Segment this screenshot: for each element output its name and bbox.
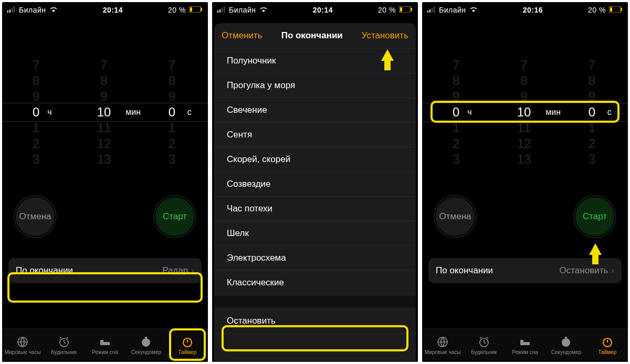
- unit-hours: ч: [467, 108, 471, 117]
- tab-stopwatch[interactable]: Секундомер: [545, 329, 586, 362]
- tab-label: Таймер: [598, 349, 616, 355]
- carrier-label: Билайн: [19, 6, 46, 14]
- wifi-icon: [469, 6, 478, 14]
- svg-rect-19: [411, 8, 412, 11]
- sound-item[interactable]: Созвездие: [214, 172, 416, 197]
- screen-2: Билайн 20:14 20 % Отменить По окончании …: [212, 2, 418, 362]
- highlight-arrow-set: [381, 49, 394, 61]
- battery-label: 20 %: [378, 6, 396, 14]
- svg-rect-31: [520, 340, 523, 342]
- tab-stopwatch[interactable]: Секундомер: [125, 329, 166, 362]
- clock: 20:14: [103, 6, 123, 14]
- tab-label: Режим сна: [512, 349, 538, 355]
- picker-minutes: 10: [517, 104, 531, 120]
- unit-seconds: с: [607, 108, 612, 117]
- svg-rect-20: [400, 7, 402, 12]
- status-bar: Билайн 20:16 20 %: [422, 2, 628, 18]
- tab-label: Таймер: [178, 349, 196, 355]
- tab-world-clock[interactable]: Мировые часы: [2, 329, 43, 362]
- endrow-value: Остановить: [560, 265, 608, 276]
- tab-label: Будильник: [471, 349, 497, 355]
- tab-alarm[interactable]: Будильник: [463, 329, 504, 362]
- tab-sleep[interactable]: Режим сна: [85, 329, 125, 362]
- picker-seconds: 0: [589, 104, 595, 120]
- svg-rect-24: [434, 6, 435, 13]
- picker-hours: 0: [33, 104, 39, 120]
- tab-bar: Мировые часы Будильник Режим сна Секундо…: [2, 328, 208, 362]
- tab-alarm[interactable]: Будильник: [43, 329, 84, 362]
- svg-rect-0: [7, 10, 8, 13]
- sound-list[interactable]: Полуночник Прогулка у моря Свечение Сент…: [214, 49, 416, 362]
- stop-playing-item[interactable]: Остановить: [214, 308, 416, 334]
- tab-bar: Мировые часы Будильник Режим сна Секундо…: [422, 328, 628, 362]
- svg-rect-6: [190, 7, 192, 12]
- sound-item[interactable]: Классические: [214, 271, 416, 295]
- sheet-set-button[interactable]: Установить: [362, 30, 408, 41]
- svg-rect-27: [610, 7, 612, 12]
- time-picker[interactable]: 789 0 123 789 10 111213 789 0 123 ч мин …: [422, 49, 628, 175]
- sheet-title: По окончании: [281, 30, 343, 41]
- status-bar: Билайн 20:14 20 %: [212, 2, 418, 18]
- picker-faded: 2: [33, 136, 39, 152]
- sheet-cancel-button[interactable]: Отменить: [222, 30, 262, 41]
- clock: 20:14: [313, 6, 333, 14]
- sound-item[interactable]: Шелк: [214, 221, 416, 246]
- tab-label: Режим сна: [92, 349, 118, 355]
- clock: 20:16: [523, 6, 543, 14]
- chevron-right-icon: ›: [191, 265, 194, 276]
- unit-minutes: мин: [125, 108, 141, 117]
- svg-point-11: [142, 338, 150, 347]
- sound-item[interactable]: Прогулка у моря: [214, 73, 416, 98]
- cancel-button[interactable]: Отмена: [435, 196, 476, 237]
- time-picker[interactable]: 7 8 9 0 1 2 3 789 10 111213 789 0 123 ч …: [2, 49, 208, 175]
- picker-faded: 3: [33, 152, 39, 167]
- wifi-icon: [49, 6, 58, 14]
- svg-rect-30: [520, 342, 530, 345]
- start-button[interactable]: Старт: [154, 196, 195, 237]
- tab-world-clock[interactable]: Мировые часы: [422, 329, 463, 362]
- picker-faded: 1: [33, 120, 39, 136]
- tab-label: Мировые часы: [425, 349, 461, 355]
- signal-icon: [217, 6, 226, 14]
- tab-timer[interactable]: Таймер: [167, 329, 208, 362]
- unit-seconds: с: [187, 108, 192, 117]
- svg-rect-15: [219, 9, 220, 13]
- picker-minutes: 10: [97, 104, 111, 120]
- sound-item[interactable]: Свечение: [214, 98, 416, 123]
- start-button[interactable]: Старт: [574, 196, 615, 237]
- cancel-button[interactable]: Отмена: [15, 196, 56, 237]
- battery-label: 20 %: [588, 6, 606, 14]
- sound-item[interactable]: Час потехи: [214, 197, 416, 221]
- svg-point-32: [562, 338, 570, 347]
- sound-picker-sheet: Отменить По окончании Установить Полуноч…: [214, 23, 416, 362]
- sound-item[interactable]: Сентя: [214, 123, 416, 147]
- picker-hours: 0: [453, 104, 459, 120]
- svg-rect-1: [9, 9, 10, 13]
- picker-faded: 7: [33, 57, 39, 73]
- svg-rect-17: [224, 6, 225, 13]
- sound-item[interactable]: Электросхема: [214, 246, 416, 271]
- endrow-value: Радар: [162, 265, 188, 276]
- tab-timer[interactable]: Таймер: [587, 329, 628, 362]
- unit-minutes: мин: [545, 108, 561, 117]
- tab-label: Мировые часы: [5, 349, 41, 355]
- svg-rect-22: [429, 9, 430, 13]
- svg-rect-3: [14, 6, 15, 13]
- chevron-right-icon: ›: [611, 265, 614, 276]
- svg-rect-16: [222, 8, 223, 13]
- endrow-label: По окончании: [436, 265, 493, 276]
- screen-1: Билайн 20:14 20 % 7 8 9 0 1 2 3 789 10 1…: [2, 2, 208, 362]
- carrier-label: Билайн: [439, 6, 466, 14]
- picker-faded: 9: [33, 89, 39, 104]
- highlight-arrow-start: [589, 243, 602, 255]
- battery-icon: [189, 6, 203, 14]
- tab-sleep[interactable]: Режим сна: [505, 329, 545, 362]
- svg-rect-23: [432, 8, 433, 13]
- battery-icon: [609, 6, 623, 14]
- svg-rect-12: [145, 337, 147, 338]
- battery-label: 20 %: [168, 6, 186, 14]
- when-timer-ends-row[interactable]: По окончании Радар›: [8, 258, 202, 283]
- sound-item[interactable]: Скорей, скорей: [214, 147, 416, 172]
- endrow-label: По окончании: [16, 265, 73, 276]
- picker-seconds: 0: [169, 104, 175, 120]
